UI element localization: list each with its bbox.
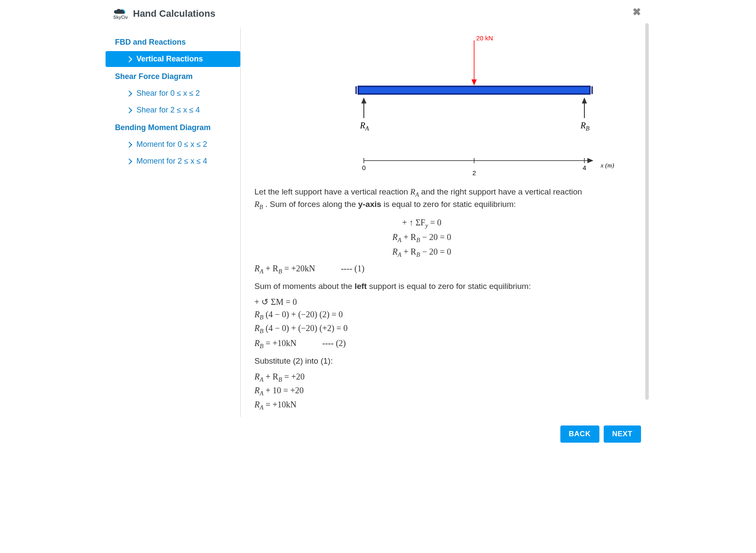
load-label: 20 kN <box>476 34 493 42</box>
sidebar-nav: FBD and Reactions Vertical Reactions She… <box>106 27 241 417</box>
moments-paragraph: Sum of moments about the left support is… <box>254 281 589 292</box>
equation-row: RA + RB = +20kN ---- (1) <box>254 262 589 276</box>
logo-text: SkyCiv <box>113 15 128 20</box>
axis-tick-2: 2 <box>472 169 476 176</box>
chevron-right-icon <box>126 158 132 164</box>
fbd-diagram: 20 kN RA RB <box>281 32 616 178</box>
modal-body: FBD and Reactions Vertical Reactions She… <box>106 24 650 417</box>
svg-marker-1 <box>472 79 477 85</box>
chevron-right-icon <box>126 107 132 113</box>
main-content: 20 kN RA RB <box>241 27 650 417</box>
axis-label: x (m) <box>600 162 614 169</box>
modal-footer: BACK NEXT <box>106 417 650 443</box>
nav-section-shear[interactable]: Shear Force Diagram <box>106 68 240 85</box>
nav-item-moment-0-2[interactable]: Moment for 0 ≤ x ≤ 2 <box>106 137 240 152</box>
chevron-right-icon <box>126 141 132 147</box>
axis-tick-4: 4 <box>583 164 586 171</box>
scrollbar[interactable] <box>645 23 649 400</box>
equation-line: RB (4 − 0) + (−20) (2) = 0 <box>254 309 589 322</box>
equation-line: + ↺ ΣM = 0 <box>254 296 589 308</box>
next-button[interactable]: NEXT <box>604 425 641 443</box>
substitute-paragraph: Substitute (2) into (1): <box>254 356 589 367</box>
equation-line: RA = +10kN <box>254 399 589 412</box>
equation-line: RA + RB − 20 = 0 <box>393 231 451 244</box>
nav-item-label: Moment for 2 ≤ x ≤ 4 <box>136 157 207 166</box>
nav-item-label: Shear for 2 ≤ x ≤ 4 <box>136 106 200 115</box>
intro-paragraph: Let the left support have a vertical rea… <box>254 186 589 212</box>
chevron-right-icon <box>126 90 132 96</box>
nav-item-label: Shear for 0 ≤ x ≤ 2 <box>136 89 200 98</box>
nav-item-moment-2-4[interactable]: Moment for 2 ≤ x ≤ 4 <box>106 153 240 169</box>
equation-row: RB = +10kN ---- (2) <box>254 337 589 351</box>
calculation-text: Let the left support have a vertical rea… <box>254 186 589 412</box>
svg-marker-10 <box>587 158 593 163</box>
equation-line: RA + RB = +20kN <box>254 263 315 276</box>
nav-item-shear-0-2[interactable]: Shear for 0 ≤ x ≤ 2 <box>106 85 240 101</box>
equation-line: RB = +10kN <box>254 337 296 350</box>
nav-item-vertical-reactions[interactable]: Vertical Reactions <box>106 51 240 67</box>
axis-tick-0: 0 <box>362 164 366 171</box>
modal-header: SkyCiv Hand Calculations ✖ <box>106 4 650 24</box>
equation-label: ---- (1) <box>341 263 364 274</box>
reaction-a-label: RA <box>360 121 369 132</box>
nav-item-label: Moment for 0 ≤ x ≤ 2 <box>136 140 207 149</box>
equation-label: ---- (2) <box>322 337 346 349</box>
equation-line: RB (4 − 0) + (−20) (+2) = 0 <box>254 322 589 335</box>
equation-line: + ↑ ΣFy = 0 <box>402 217 442 230</box>
nav-section-fbd[interactable]: FBD and Reactions <box>106 33 240 51</box>
reaction-b-label: RB <box>580 121 590 132</box>
page-title: Hand Calculations <box>133 8 215 19</box>
close-button[interactable]: ✖ <box>632 6 641 18</box>
equation-block-1: + ↑ ΣFy = 0 RA + RB − 20 = 0 RA + RB − 2… <box>254 216 589 260</box>
chevron-right-icon <box>126 56 132 62</box>
hand-calculations-modal: SkyCiv Hand Calculations ✖ FBD and React… <box>106 0 650 451</box>
back-button[interactable]: BACK <box>560 425 599 443</box>
svg-marker-6 <box>361 97 366 103</box>
nav-item-label: Vertical Reactions <box>136 55 203 64</box>
equation-line: RA + 10 = +20 <box>254 385 589 398</box>
skyciv-logo: SkyCiv <box>113 8 128 20</box>
equation-line: RA + RB − 20 = 0 <box>393 246 451 259</box>
svg-rect-2 <box>358 86 590 94</box>
svg-marker-8 <box>582 97 587 103</box>
equation-line: RA + RB = +20 <box>254 371 589 384</box>
nav-section-moment[interactable]: Bending Moment Diagram <box>106 119 240 137</box>
nav-item-shear-2-4[interactable]: Shear for 2 ≤ x ≤ 4 <box>106 102 240 118</box>
